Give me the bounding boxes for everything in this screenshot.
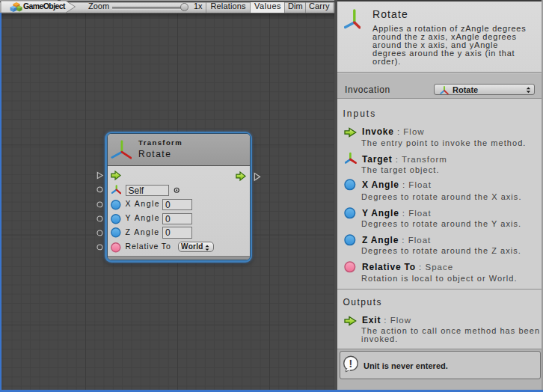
svg-text:!: !	[349, 358, 353, 370]
